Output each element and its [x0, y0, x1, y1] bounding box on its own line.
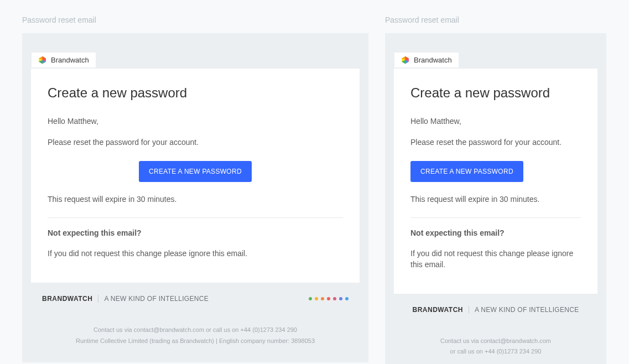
not-expecting-head: Not expecting this email?: [410, 228, 581, 239]
email-greeting: Hello Matthew,: [48, 116, 343, 127]
email-footer: Contact us via contact@brandwatch.com or…: [31, 308, 360, 347]
logo-text: Brandwatch: [414, 56, 452, 64]
divider: [410, 217, 581, 218]
brand-tagline: A NEW KIND OF INTELLIGENCE: [104, 295, 209, 303]
brand-dots-icon: [309, 297, 349, 300]
email-expiry: This request will expire in 30 minutes.: [410, 194, 581, 205]
email-expiry: This request will expire in 30 minutes.: [48, 194, 343, 205]
email-variant-narrow: Password reset email Brandwatch Create: [385, 0, 606, 364]
email-variant-wide: Password reset email Brandwatch Create: [22, 0, 368, 364]
footer-contact: Contact us via contact@brandwatch.com or…: [39, 325, 352, 336]
brand-name: BRANDWATCH: [413, 306, 463, 314]
brand-row: BRANDWATCH A NEW KIND OF INTELLIGENCE: [394, 294, 597, 319]
email-instruction: Please reset the password for your accou…: [48, 137, 343, 148]
not-expecting-head: Not expecting this email?: [48, 228, 343, 239]
create-password-button[interactable]: CREATE A NEW PASSWORD: [410, 161, 523, 182]
not-expecting-body: If you did not request this change pleas…: [410, 248, 581, 270]
logo-text: Brandwatch: [51, 56, 89, 64]
email-heading: Create a new password: [48, 85, 343, 101]
logo-chip: Brandwatch: [394, 53, 459, 67]
footer-company: Runtime Collective Limited (trading as B…: [39, 336, 352, 347]
footer-contact-l2: or call us on +44 (0)1273 234 290: [402, 346, 590, 357]
email-greeting: Hello Matthew,: [410, 116, 581, 127]
email-outer: Brandwatch Create a new password Hello M…: [385, 33, 606, 364]
email-heading: Create a new password: [410, 85, 581, 101]
footer-contact-l1: Contact us via contact@brandwatch.com: [402, 336, 590, 347]
brand-separator: [469, 306, 469, 314]
email-card: Create a new password Hello Matthew, Ple…: [394, 69, 597, 294]
email-instruction: Please reset the password for your accou…: [410, 137, 581, 148]
email-outer: Brandwatch Create a new password Hello M…: [22, 33, 368, 362]
email-card: Create a new password Hello Matthew, Ple…: [31, 69, 360, 283]
section-label: Password reset email: [385, 15, 606, 24]
brand-tagline: A NEW KIND OF INTELLIGENCE: [475, 306, 579, 314]
divider: [48, 217, 343, 218]
brand-row: BRANDWATCH A NEW KIND OF INTELLIGENCE: [31, 283, 360, 308]
section-label: Password reset email: [22, 15, 368, 24]
not-expecting-body: If you did not request this change pleas…: [48, 248, 343, 259]
brand-name: BRANDWATCH: [42, 295, 92, 303]
create-password-button[interactable]: CREATE A NEW PASSWORD: [139, 161, 252, 182]
brandwatch-logo-icon: [401, 56, 409, 64]
logo-chip: Brandwatch: [32, 53, 96, 67]
email-footer: Contact us via contact@brandwatch.com or…: [394, 319, 597, 364]
brandwatch-logo-icon: [38, 56, 46, 64]
brand-separator: [98, 295, 98, 303]
